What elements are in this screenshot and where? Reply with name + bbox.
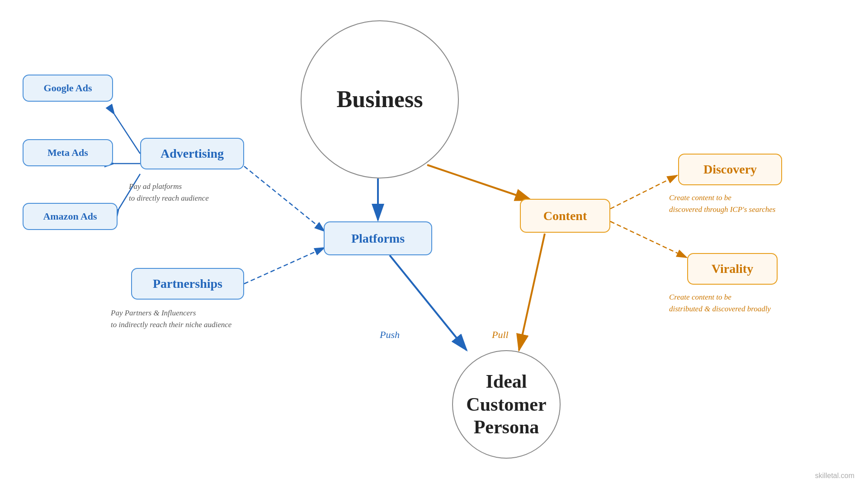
advertising-node: Advertising xyxy=(140,138,244,169)
partnerships-node: Partnerships xyxy=(131,268,244,300)
svg-line-7 xyxy=(427,165,531,200)
pull-label: Pull xyxy=(492,329,509,341)
svg-line-11 xyxy=(244,248,325,284)
meta-ads-label: Meta Ads xyxy=(47,147,88,159)
business-label: Business xyxy=(337,85,423,113)
svg-line-8 xyxy=(390,255,467,350)
svg-line-9 xyxy=(519,234,545,350)
svg-line-12 xyxy=(114,114,140,154)
discovery-label: Discovery xyxy=(703,162,757,177)
content-node: Content xyxy=(520,199,610,233)
meta-ads-node: Meta Ads xyxy=(23,139,113,166)
amazon-ads-label: Amazon Ads xyxy=(43,211,97,222)
svg-line-10 xyxy=(244,166,325,231)
google-ads-node: Google Ads xyxy=(23,75,113,102)
virality-label: Virality xyxy=(712,261,753,277)
google-ads-label: Google Ads xyxy=(44,82,92,94)
advertising-subtext: Pay ad platformsto directly reach audien… xyxy=(129,181,255,204)
discovery-node: Discovery xyxy=(678,154,782,185)
partnerships-subtext: Pay Partners & Influencersto indirectly … xyxy=(111,307,260,330)
partnerships-label: Partnerships xyxy=(153,276,222,291)
platforms-node: Platforms xyxy=(324,221,432,255)
push-label: Push xyxy=(380,329,400,341)
svg-line-16 xyxy=(610,221,687,258)
content-label: Content xyxy=(543,208,587,224)
virality-node: Virality xyxy=(687,253,778,285)
discovery-subtext: Create content to bediscovered through I… xyxy=(669,192,805,215)
svg-line-15 xyxy=(610,175,677,209)
business-node: Business xyxy=(301,20,459,178)
platforms-label: Platforms xyxy=(351,231,405,246)
amazon-ads-node: Amazon Ads xyxy=(23,203,118,230)
icp-label: Ideal Customer Persona xyxy=(466,370,546,438)
icp-node: Ideal Customer Persona xyxy=(452,350,561,459)
watermark: skilletal.com xyxy=(815,472,854,480)
advertising-label: Advertising xyxy=(160,146,224,161)
virality-subtext: Create content to bedistributed & discov… xyxy=(669,291,805,314)
